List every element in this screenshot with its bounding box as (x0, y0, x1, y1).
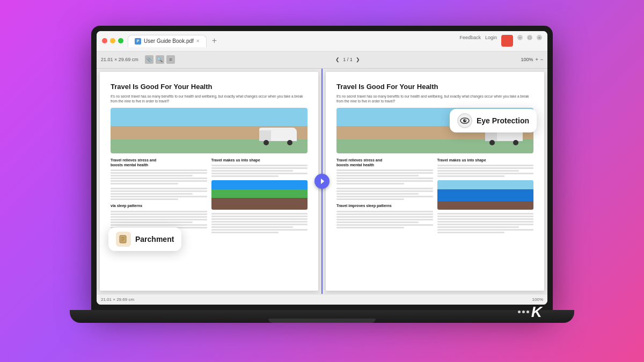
pdf-toolbar: 21.01 × 29.69 cm 📎 🔍 ≡ ❮ 1 / 1 ❯ 100% + … (97, 51, 547, 69)
left-page-title: Travel Is Good For Your Health (111, 83, 308, 91)
maximize-button[interactable] (118, 38, 123, 43)
text-line (437, 221, 534, 223)
right-col-2: Travel makes us into shape (437, 158, 534, 237)
text-line (336, 193, 419, 195)
status-zoom: 100% (532, 297, 543, 302)
text-line (211, 167, 308, 169)
text-line (437, 224, 534, 225)
browser-controls (102, 38, 123, 43)
new-tab-button[interactable]: + (209, 36, 220, 46)
text-line (111, 193, 193, 195)
zoom-out[interactable]: − (540, 57, 543, 62)
screen-inner: P User Guide Book.pdf × + Feedback Login… (97, 31, 547, 305)
text-line (336, 172, 433, 174)
browser-actions: Feedback Login − □ × (459, 35, 542, 47)
toolbar-icon-1[interactable]: 📎 (145, 55, 153, 64)
text-line (336, 196, 433, 197)
laptop-screen: P User Guide Book.pdf × + Feedback Login… (91, 26, 553, 310)
tab-bar: P User Guide Book.pdf × + (128, 35, 455, 47)
left-text-2 (111, 188, 207, 200)
left-section-3-title: Travel makes us into shape (211, 158, 308, 162)
pdf-page-right: Travel Is Good For Your Health It's no s… (326, 72, 544, 291)
left-text-5 (211, 213, 308, 233)
toolbar-icon-2[interactable]: 🔍 (156, 55, 164, 64)
text-line (336, 180, 433, 182)
zoom-in[interactable]: + (535, 57, 538, 62)
text-line (111, 216, 207, 218)
parchment-badge[interactable]: Parchment (108, 227, 181, 251)
right-page-subtitle: It's no secret travel has so many benefi… (336, 94, 533, 104)
right-section-2-title: Travel improves sleep patterns (336, 203, 433, 208)
toolbar-icons: 📎 🔍 ≡ (145, 55, 175, 64)
right-text-2 (336, 188, 433, 200)
tab-close-button[interactable]: × (196, 38, 200, 44)
pdf-statusbar: 21.01 × 29.69 cm 100% (97, 294, 547, 305)
text-line (437, 229, 534, 231)
tab-title: User Guide Book.pdf (144, 38, 194, 44)
ocean-scene (437, 180, 534, 210)
status-dimensions: 21.01 × 29.69 cm (101, 297, 134, 302)
win-restore[interactable]: □ (527, 35, 532, 40)
text-line (437, 213, 534, 215)
rv-wheel2 (287, 140, 292, 145)
text-line (211, 224, 308, 225)
user-avatar[interactable] (501, 35, 513, 47)
browser-chrome: P User Guide Book.pdf × + Feedback Login… (97, 31, 547, 51)
svg-point-1 (463, 119, 466, 122)
text-line (111, 190, 207, 192)
text-line (111, 224, 207, 226)
text-line (211, 213, 308, 215)
toolbar-right: 100% + − (521, 57, 543, 62)
left-page-columns: Travel relieves stress andboosts mental … (111, 158, 308, 237)
text-line (437, 175, 505, 177)
tab-favicon: P (135, 38, 141, 45)
eye-icon (457, 113, 472, 128)
text-line (211, 221, 308, 223)
right-page-columns: Travel relieves stress andboosts mental … (336, 158, 533, 237)
eye-protection-badge[interactable]: Eye Protection (450, 109, 537, 132)
prev-page[interactable]: ❮ (335, 57, 340, 62)
login-link[interactable]: Login (485, 35, 497, 47)
right-text-5 (437, 213, 534, 233)
win-min[interactable]: − (517, 35, 523, 40)
divider-arrow[interactable] (314, 174, 330, 189)
text-line (111, 219, 207, 220)
text-line (437, 232, 505, 233)
dot-2 (522, 311, 525, 313)
left-page-subtitle: It's no secret travel has so many benefi… (111, 94, 308, 104)
right-section-3-title: Travel makes us into shape (437, 158, 534, 162)
rv-truck-left (259, 127, 297, 145)
rv-landscape-left (111, 108, 308, 153)
mountain-scene (211, 180, 308, 210)
text-line (336, 216, 433, 218)
text-line (437, 216, 534, 217)
left-section-2-title: via sleep patterns (111, 203, 207, 208)
text-line (211, 232, 279, 233)
left-col-2: Travel makes us into shape (211, 158, 308, 237)
text-line (336, 198, 404, 200)
browser-tab[interactable]: P User Guide Book.pdf × (128, 35, 207, 47)
text-line (336, 169, 433, 171)
text-line (211, 216, 308, 217)
right-section-1-title: Travel relieves stress andboosts mental … (336, 158, 433, 167)
next-page[interactable]: ❯ (356, 57, 360, 62)
right-small-image (437, 180, 534, 210)
right-text-4 (437, 165, 534, 177)
knowt-logo: K (518, 304, 542, 321)
knowt-k-letter: K (531, 304, 542, 321)
toolbar-icon-3[interactable]: ≡ (166, 55, 175, 64)
text-line (211, 218, 308, 220)
text-line (437, 173, 534, 174)
feedback-link[interactable]: Feedback (459, 35, 481, 47)
close-button[interactable] (102, 38, 107, 43)
dot-3 (526, 311, 529, 313)
page-counter: 1 / 1 (343, 57, 353, 62)
pdf-content: Travel Is Good For Your Health It's no s… (97, 69, 547, 294)
text-line (111, 196, 207, 197)
laptop-mockup: Eye Protection Parchment (80, 26, 564, 337)
minimize-button[interactable] (110, 38, 115, 43)
win-close[interactable]: × (537, 35, 542, 40)
text-line (336, 211, 433, 212)
text-line (111, 175, 193, 176)
text-line (111, 198, 178, 200)
